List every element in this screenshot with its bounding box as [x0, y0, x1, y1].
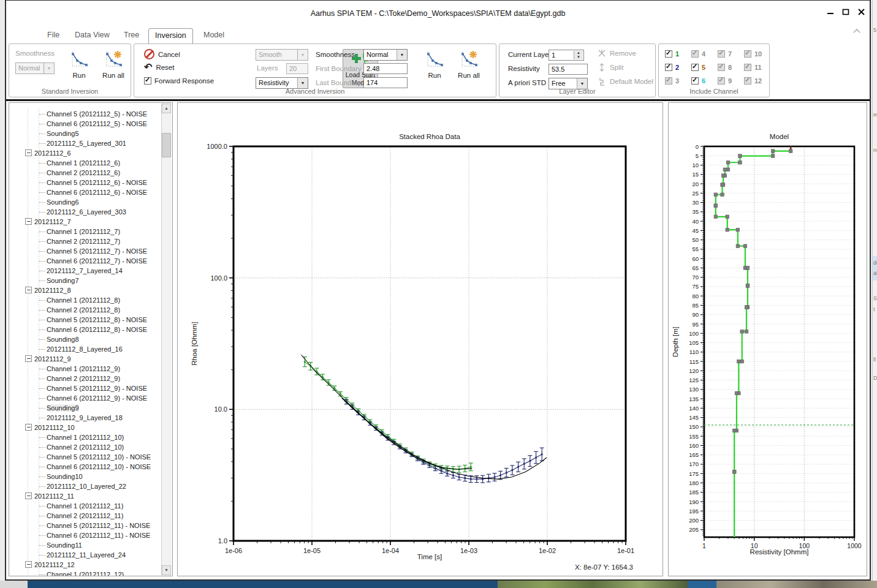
run-button[interactable]: Run	[66, 50, 93, 79]
tree-node-leaf[interactable]: Channel 6 (20121112_10) - NOISE	[9, 462, 160, 472]
collapse-node-icon[interactable]	[25, 218, 32, 225]
tree-node-leaf[interactable]: Channel 5 (20121112_8) - NOISE	[9, 315, 160, 325]
tree-node-group[interactable]: 20121112_8	[9, 285, 160, 295]
scroll-up-icon[interactable]: ▲	[162, 104, 171, 113]
tab-data-view[interactable]: Data View	[69, 28, 116, 42]
tree-node-leaf[interactable]: Channel 2 (20121112_10)	[9, 442, 160, 452]
collapse-node-icon[interactable]	[25, 424, 32, 431]
run-all-button[interactable]: Run all	[100, 50, 127, 79]
tree-node-leaf[interactable]: Channel 6 (20121112_11) - NOISE	[9, 530, 160, 540]
tree-node-leaf[interactable]: Channel 6 (20121112_9) - NOISE	[9, 393, 160, 403]
tree-node-leaf[interactable]: Channel 2 (20121112_8)	[9, 305, 160, 315]
forward-response-checkbox[interactable]: Forward Response	[144, 77, 214, 85]
first-boundary-field[interactable]: 2.48	[363, 63, 408, 74]
tree-node-group[interactable]: 20121112_12	[9, 560, 160, 570]
tree-node-leaf[interactable]: 20121112_11_Layered_24	[9, 550, 160, 560]
collapse-node-icon[interactable]	[25, 492, 32, 499]
include-channel-6-checkbox[interactable]: 6	[691, 77, 705, 85]
tree-node-leaf[interactable]: Sounding6	[9, 197, 160, 207]
tree-node-leaf[interactable]: 20121112_9_Layered_18	[9, 413, 160, 423]
tree-node-leaf[interactable]: Channel 2 (20121112_7)	[9, 236, 160, 246]
tree-node-leaf[interactable]: 20121112_8_Layered_16	[9, 344, 160, 354]
close-button[interactable]	[856, 7, 866, 17]
tree-node-leaf[interactable]: Sounding10	[9, 472, 160, 481]
tree-node-leaf[interactable]: Channel 5 (20121112_11) - NOISE	[9, 521, 160, 530]
background-text-fragment: de	[873, 260, 877, 266]
tree-node-leaf[interactable]: Channel 6 (20121112_6) - NOISE	[9, 187, 160, 197]
stacked-rhoa-chart[interactable]: 1e-061e-051e-041e-031e-021e-011000.0100.…	[178, 103, 662, 576]
reset-button[interactable]: ↶ Reset	[144, 63, 174, 72]
tree-node-leaf[interactable]: Channel 5 (20121112_6) - NOISE	[9, 178, 160, 187]
maximize-button[interactable]	[841, 7, 851, 17]
tree-node-leaf[interactable]: Channel 1 (20121112_11)	[9, 501, 160, 511]
svg-text:165: 165	[689, 451, 699, 458]
scrollbar-thumb[interactable]	[162, 133, 171, 157]
tree-node-leaf[interactable]: Channel 5 (20121112_5) - NOISE	[9, 109, 160, 119]
tree-node-leaf[interactable]: Sounding9	[9, 403, 160, 413]
tree-node-leaf[interactable]: Channel 1 (20121112_9)	[9, 364, 160, 374]
remove-icon	[598, 49, 606, 58]
tree-node-leaf[interactable]: Channel 2 (20121112_9)	[9, 374, 160, 383]
tree-node-leaf[interactable]: Channel 6 (20121112_8) - NOISE	[9, 325, 160, 334]
collapse-node-icon[interactable]	[25, 287, 32, 293]
cancel-button[interactable]: Cancel	[144, 49, 180, 59]
tab-tree[interactable]: Tree	[118, 28, 145, 42]
tree-node-label: Channel 6 (20121112_9) - NOISE	[47, 394, 147, 402]
scroll-down-icon[interactable]: ▼	[162, 565, 171, 575]
collapse-node-icon[interactable]	[25, 355, 32, 362]
adv-run-button[interactable]: Run	[421, 50, 448, 79]
minimize-button[interactable]	[826, 7, 835, 17]
tree-node-leaf[interactable]: Channel 2 (20121112_11)	[9, 511, 160, 521]
include-channel-5-checkbox[interactable]: 5	[691, 64, 705, 71]
tree-node-label: Channel 1 (20121112_6)	[47, 159, 120, 167]
tree-node-leaf[interactable]: Sounding11	[9, 540, 160, 550]
tree-node-leaf[interactable]: Channel 1 (20121112_12)	[9, 570, 160, 576]
spinner-arrows-icon[interactable]: ▲▼	[574, 51, 583, 59]
tree-node-leaf[interactable]: Channel 1 (20121112_6)	[9, 158, 160, 168]
default-model-button[interactable]: Default Model	[598, 77, 653, 86]
tree-node-leaf[interactable]: Sounding8	[9, 334, 160, 344]
split-layer-button[interactable]: Split	[598, 63, 623, 72]
collapse-node-icon[interactable]	[25, 149, 32, 156]
tree-node-group[interactable]: 20121112_10	[9, 423, 160, 432]
tree-node-leaf[interactable]: Channel 1 (20121112_7)	[9, 227, 160, 236]
tree-node-leaf[interactable]: 20121112_5_Layered_301	[9, 138, 160, 148]
tab-model[interactable]: Model	[197, 28, 230, 42]
tree-node-leaf[interactable]: Channel 5 (20121112_7) - NOISE	[9, 246, 160, 256]
include-channel-2-checkbox[interactable]: 2	[665, 64, 679, 71]
tree-node-leaf[interactable]: Channel 6 (20121112_7) - NOISE	[9, 256, 160, 266]
include-channel-11-checkbox: 11	[744, 64, 762, 71]
tree-node-group[interactable]: 20121112_11	[9, 491, 160, 501]
collapse-ribbon-icon[interactable]	[852, 29, 861, 35]
tree-node-group[interactable]: 20121112_7	[9, 217, 160, 227]
adv-smoothness-dropdown[interactable]: Normal▼	[363, 49, 408, 61]
layer-resistivity-field[interactable]: 53.5	[549, 64, 588, 75]
tab-file[interactable]: File	[41, 28, 66, 42]
tree-node-leaf[interactable]: Channel 6 (20121112_5) - NOISE	[9, 119, 160, 129]
tree-node-leaf[interactable]: 20121112_10_Layered_22	[9, 481, 160, 491]
tree-node-label: 20121112_8	[34, 287, 71, 294]
adv-run-all-button[interactable]: Run all	[455, 50, 482, 79]
tab-inversion[interactable]: Inversion	[148, 28, 193, 43]
remove-layer-button[interactable]: Remove	[598, 49, 636, 58]
tree-node-leaf[interactable]: 20121112_7_Layered_14	[9, 266, 160, 276]
last-boundary-field[interactable]: 174	[363, 77, 408, 88]
tree-node-leaf[interactable]: Channel 1 (20121112_10)	[9, 432, 160, 442]
tree-node-leaf[interactable]: 20121112_6_Layered_303	[9, 207, 160, 217]
tree-node-label: Sounding7	[47, 277, 79, 284]
tree-scrollbar[interactable]: ▲ ▼	[161, 104, 172, 575]
layer-resistivity-label: Resistivity	[508, 65, 540, 72]
tree-node-group[interactable]: 20121112_9	[9, 354, 160, 364]
tree-node-leaf[interactable]: Sounding5	[9, 129, 160, 138]
current-layer-spinner[interactable]: 1 ▲▼	[549, 50, 584, 61]
tree-node-leaf[interactable]: Channel 5 (20121112_9) - NOISE	[9, 383, 160, 393]
include-channel-1-checkbox[interactable]: 1	[665, 50, 679, 58]
model-chart[interactable]: 0510152025303540455055606570758085909510…	[669, 103, 867, 576]
tree-node-group[interactable]: 20121112_6	[9, 148, 160, 158]
tree-node-leaf[interactable]: Sounding7	[9, 276, 160, 285]
collapse-node-icon[interactable]	[25, 561, 32, 568]
tree-node-leaf[interactable]: Channel 2 (20121112_6)	[9, 168, 160, 178]
tree-node-label: Channel 5 (20121112_5) - NOISE	[47, 110, 147, 118]
tree-node-leaf[interactable]: Channel 5 (20121112_10) - NOISE	[9, 452, 160, 462]
tree-node-leaf[interactable]: Channel 1 (20121112_8)	[9, 295, 160, 305]
